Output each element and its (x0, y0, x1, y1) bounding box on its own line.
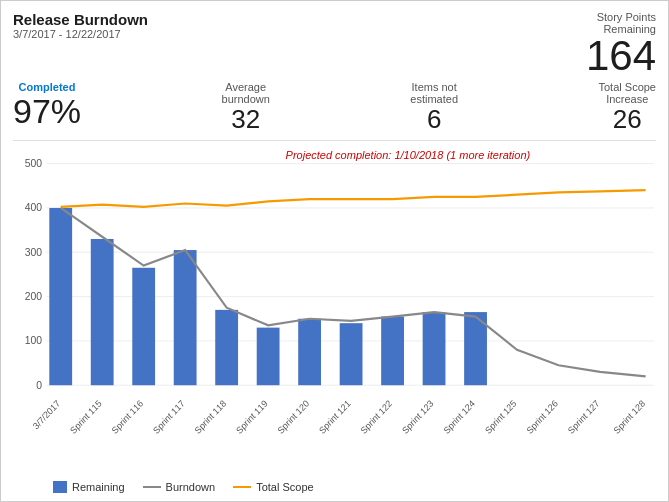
chart-legend: Remaining Burndown Total Scope (13, 481, 656, 493)
legend-burndown: Burndown (143, 481, 216, 493)
total-scope-value: 26 (613, 105, 642, 134)
svg-rect-13 (91, 239, 114, 385)
legend-remaining-icon (53, 481, 67, 493)
svg-rect-14 (132, 267, 155, 384)
legend-scope-label: Total Scope (256, 481, 313, 493)
svg-rect-21 (423, 312, 446, 385)
svg-text:Sprint 123: Sprint 123 (400, 398, 435, 436)
items-not-estimated-label: Items notestimated (410, 81, 458, 105)
legend-burndown-label: Burndown (166, 481, 216, 493)
svg-text:300: 300 (25, 245, 42, 257)
svg-text:400: 400 (25, 201, 42, 213)
story-points-block: Story Points Remaining 164 (586, 11, 656, 77)
svg-text:Sprint 118: Sprint 118 (193, 398, 228, 436)
svg-text:0: 0 (36, 378, 42, 390)
total-scope-label: Total ScopeIncrease (599, 81, 656, 105)
legend-remaining: Remaining (53, 481, 125, 493)
legend-remaining-label: Remaining (72, 481, 125, 493)
svg-rect-15 (174, 250, 197, 385)
header: Release Burndown 3/7/2017 - 12/22/2017 S… (13, 11, 656, 77)
svg-text:Sprint 122: Sprint 122 (359, 398, 394, 436)
avg-burndown-value: 32 (231, 105, 260, 134)
svg-rect-19 (340, 323, 363, 385)
svg-text:Sprint 117: Sprint 117 (151, 398, 186, 436)
date-range: 3/7/2017 - 12/22/2017 (13, 28, 148, 40)
legend-burndown-icon (143, 486, 161, 488)
svg-rect-16 (215, 309, 238, 384)
metric-total-scope-increase: Total ScopeIncrease 26 (599, 81, 656, 134)
completed-value: 97% (13, 93, 81, 130)
svg-rect-17 (257, 327, 280, 385)
metric-completed: Completed 97% (13, 81, 81, 134)
svg-text:Sprint 116: Sprint 116 (110, 398, 145, 436)
svg-text:Sprint 128: Sprint 128 (612, 398, 647, 436)
story-points-value: 164 (586, 32, 656, 79)
chart-title: Release Burndown (13, 11, 148, 28)
projection-label: Projected completion: 1/10/2018 (1 more … (286, 149, 531, 161)
svg-rect-20 (381, 316, 404, 385)
svg-text:Sprint 120: Sprint 120 (276, 398, 311, 436)
svg-text:Sprint 119: Sprint 119 (234, 398, 269, 436)
burndown-chart: 500 400 300 200 100 0 (13, 147, 656, 479)
svg-text:Sprint 124: Sprint 124 (442, 398, 477, 436)
avg-burndown-label: Averageburndown (222, 81, 270, 105)
items-not-estimated-value: 6 (427, 105, 441, 134)
svg-text:100: 100 (25, 333, 42, 345)
legend-scope-icon (233, 486, 251, 488)
svg-text:Sprint 127: Sprint 127 (566, 398, 601, 436)
svg-rect-12 (49, 208, 72, 385)
svg-text:Sprint 126: Sprint 126 (525, 398, 560, 436)
svg-text:500: 500 (25, 156, 42, 168)
svg-text:Sprint 125: Sprint 125 (483, 398, 518, 436)
svg-text:Sprint 115: Sprint 115 (68, 398, 103, 436)
metrics-row: Completed 97% Averageburndown 32 Items n… (13, 81, 656, 141)
svg-text:200: 200 (25, 289, 42, 301)
story-points-label-line1: Story Points (586, 11, 656, 23)
metric-items-not-estimated: Items notestimated 6 (410, 81, 458, 134)
title-block: Release Burndown 3/7/2017 - 12/22/2017 (13, 11, 148, 40)
svg-text:Sprint 121: Sprint 121 (317, 398, 352, 436)
dashboard-container: Release Burndown 3/7/2017 - 12/22/2017 S… (0, 0, 669, 502)
metric-average-burndown: Averageburndown 32 (222, 81, 270, 134)
svg-text:3/7/2017: 3/7/2017 (31, 398, 62, 431)
chart-area: Projected completion: 1/10/2018 (1 more … (13, 147, 656, 479)
legend-total-scope: Total Scope (233, 481, 313, 493)
svg-rect-18 (298, 318, 321, 384)
